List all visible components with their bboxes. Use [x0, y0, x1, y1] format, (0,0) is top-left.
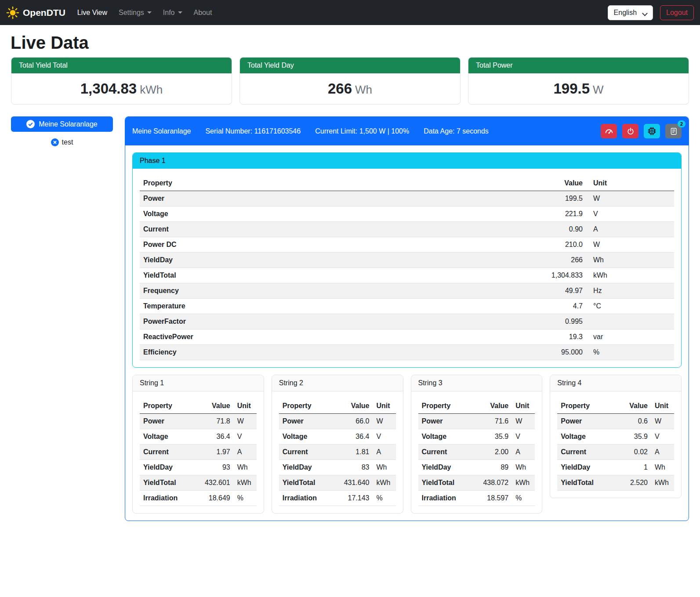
row-property: PowerFactor [140, 314, 520, 329]
language-select[interactable]: English [608, 5, 653, 20]
string-table: Property Value Unit Power71.6WVoltage35.… [418, 398, 535, 506]
column-value: Value [201, 398, 234, 414]
row-unit: kWh [234, 475, 257, 491]
row-value: 93 [201, 460, 234, 475]
row-property: YieldTotal [140, 268, 520, 283]
row-property: Voltage [279, 429, 341, 445]
row-value: 221.9 [520, 206, 586, 222]
limit-settings-button[interactable] [601, 124, 617, 138]
journal-text-icon [670, 127, 678, 135]
row-value: 95.000 [520, 345, 586, 360]
row-value: 199.5 [520, 191, 586, 206]
row-value: 36.4 [341, 429, 373, 445]
row-unit: A [651, 445, 674, 460]
card-unit: kWh [140, 83, 163, 96]
table-row: Voltage35.9V [418, 429, 535, 445]
card-unit: Wh [355, 83, 372, 96]
device-info-button[interactable] [644, 124, 660, 138]
row-property: YieldTotal [418, 475, 480, 491]
inverter-panel: Meine Solaranlage Serial Number: 1161716… [125, 116, 689, 521]
row-value: 0.995 [520, 314, 586, 329]
inverter-select-button-test[interactable]: test [11, 138, 113, 146]
string-card-1: String 1 Property Value Unit Power71.8WV… [132, 375, 264, 514]
cpu-icon [648, 127, 656, 135]
card-title: Total Power [468, 58, 689, 73]
card-title: Total Yield Total [11, 58, 232, 73]
column-unit: Unit [512, 398, 535, 414]
row-value: 2.520 [620, 475, 651, 491]
table-row: Power0.6W [557, 414, 674, 429]
table-row: Current1.97A [140, 445, 257, 460]
row-unit: Wh [373, 460, 396, 475]
page-title: Live Data [11, 33, 689, 53]
row-property: YieldDay [140, 460, 201, 475]
nav-info-dropdown[interactable]: Info [157, 5, 188, 20]
table-row: Irradiation17.143% [279, 491, 396, 506]
phase-table: Property Value Unit Power199.5WVoltage22… [140, 176, 674, 360]
inverter-name: Meine Solaranlage [132, 127, 191, 135]
table-row: Frequency49.97Hz [140, 283, 674, 299]
row-unit: kWh [586, 268, 674, 283]
summary-cards-row: Total Yield Total 1,304.83kWh Total Yiel… [11, 57, 689, 105]
row-value: 1 [620, 460, 651, 475]
nav-settings-label: Settings [119, 9, 144, 17]
row-value: 35.9 [620, 429, 651, 445]
row-unit: % [586, 345, 674, 360]
inverter-select-button-active[interactable]: Meine Solaranlage [11, 116, 113, 132]
table-header-row: Property Value Unit [279, 398, 396, 414]
row-property: Frequency [140, 283, 520, 299]
card-body: 266Wh [240, 73, 460, 104]
string-table: Property Value Unit Power71.8WVoltage36.… [140, 398, 257, 506]
table-row: YieldTotal1,304.833kWh [140, 268, 674, 283]
language-select-value: English [614, 9, 637, 16]
nav-about[interactable]: About [188, 5, 218, 20]
row-property: YieldDay [140, 253, 520, 268]
row-property: Current [140, 445, 201, 460]
table-row: YieldDay93Wh [140, 460, 257, 475]
row-unit: kWh [651, 475, 674, 491]
phase-card: Phase 1 Property Value Unit Power199.5WV… [132, 152, 682, 368]
row-unit: W [586, 191, 674, 206]
table-row: YieldDay266Wh [140, 253, 674, 268]
row-unit: A [373, 445, 396, 460]
table-row: Power DC210.0W [140, 237, 674, 253]
row-value: 1.97 [201, 445, 234, 460]
row-unit: V [373, 429, 396, 445]
check-circle-icon [26, 120, 35, 128]
row-unit: Wh [234, 460, 257, 475]
string-body: Property Value Unit Power66.0WVoltage36.… [272, 391, 403, 513]
row-unit: Wh [512, 460, 535, 475]
table-row: Voltage221.9V [140, 206, 674, 222]
row-value: 2.00 [479, 445, 512, 460]
row-property: YieldDay [557, 460, 620, 475]
table-row: YieldTotal432.601kWh [140, 475, 257, 491]
event-log-button[interactable]: 2 [665, 124, 682, 138]
brand-link[interactable]: OpenDTU [6, 6, 65, 19]
string-title: String 4 [550, 375, 681, 391]
row-unit: var [586, 329, 674, 345]
table-row: Voltage36.4V [140, 429, 257, 445]
string-card-2: String 2 Property Value Unit Power66.0WV… [272, 375, 403, 514]
inverter-panel-header: Meine Solaranlage Serial Number: 1161716… [125, 117, 689, 145]
row-value: 66.0 [341, 414, 373, 429]
row-value: 266 [520, 253, 586, 268]
row-property: ReactivePower [140, 329, 520, 345]
table-row: YieldDay1Wh [557, 460, 674, 475]
navbar: OpenDTU Live View Settings Info About En… [0, 0, 700, 25]
table-row: Power66.0W [279, 414, 396, 429]
logout-button[interactable]: Logout [660, 5, 694, 20]
nav-settings-dropdown[interactable]: Settings [113, 5, 157, 20]
row-unit: % [373, 491, 396, 506]
card-value: 266 [328, 80, 352, 97]
card-value: 199.5 [553, 80, 590, 97]
column-value: Value [620, 398, 651, 414]
row-property: YieldTotal [140, 475, 201, 491]
power-button[interactable] [622, 124, 638, 138]
row-property: Power [418, 414, 480, 429]
string-body: Property Value Unit Power71.8WVoltage36.… [133, 391, 264, 513]
string-title: String 1 [133, 375, 264, 391]
caret-down-icon [147, 11, 152, 14]
nav-live-view[interactable]: Live View [72, 5, 113, 20]
strings-row: String 1 Property Value Unit Power71.8WV… [132, 375, 682, 514]
inverter-serial: Serial Number: 116171603546 [205, 127, 301, 135]
